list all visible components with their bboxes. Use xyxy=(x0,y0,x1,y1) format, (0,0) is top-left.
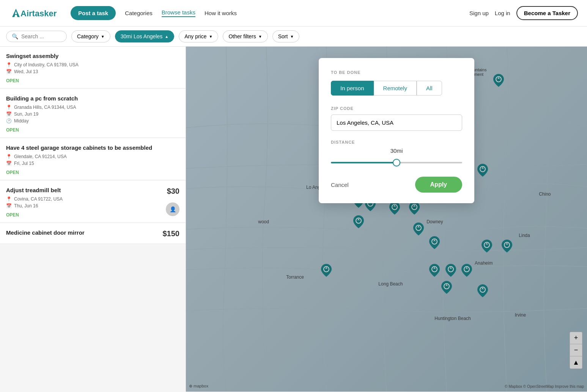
header-auth: Sign up Log in Become a Tasker xyxy=(469,6,578,20)
sort-arrow-icon: ▼ xyxy=(290,34,294,39)
sort-label: Sort xyxy=(278,33,288,39)
task-title: Swingset assembly xyxy=(6,53,179,59)
task-title: Adjust treadmill belt xyxy=(6,187,179,193)
clock-icon: 🕐 xyxy=(6,118,12,124)
main-content: Swingset assembly 📍 City of Industry, CA… xyxy=(0,47,587,392)
task-card[interactable]: Adjust treadmill belt 📍 Covina, CA 91722… xyxy=(0,181,186,223)
task-location: Covina, CA 91722, USA xyxy=(14,196,63,202)
svg-text:Airtasker: Airtasker xyxy=(20,9,57,18)
location-label: 30mi Los Angeles xyxy=(121,33,163,39)
modal-options: In person Remotely All xyxy=(331,81,462,96)
task-location: City of Industry, CA 91789, USA xyxy=(14,62,79,67)
category-arrow-icon: ▼ xyxy=(101,34,105,39)
task-time: Midday xyxy=(14,118,29,124)
sort-button[interactable]: Sort ▼ xyxy=(272,30,300,42)
location-icon: 📍 xyxy=(6,154,12,159)
header: Airtasker Post a task Categories Browse … xyxy=(0,0,587,27)
task-status: OPEN xyxy=(6,78,179,83)
modal-overlay[interactable]: TO BE DONE In person Remotely All ZIP CO… xyxy=(186,47,587,392)
calendar-icon: 📅 xyxy=(6,203,12,209)
task-meta: 📍 Glendale, CA 91214, USA 📅 Fri, Jul 15 xyxy=(6,154,179,166)
location-icon: 📍 xyxy=(6,196,12,202)
category-label: Category xyxy=(77,33,99,39)
task-status: OPEN xyxy=(6,127,179,133)
task-card[interactable]: Swingset assembly 📍 City of Industry, CA… xyxy=(0,47,186,88)
task-price: $30 xyxy=(167,187,179,196)
main-nav: Categories Browse tasks How it works xyxy=(125,9,469,17)
task-date: Fri, Jul 15 xyxy=(14,161,34,166)
nav-how-it-works[interactable]: How it works xyxy=(205,10,237,16)
search-input[interactable] xyxy=(21,33,61,39)
price-arrow-icon: ▼ xyxy=(209,34,213,39)
option-all-button[interactable]: All xyxy=(417,81,442,96)
distance-slider-wrap xyxy=(331,158,462,165)
calendar-icon: 📅 xyxy=(6,111,12,117)
log-in-link[interactable]: Log in xyxy=(495,10,510,16)
other-filters-arrow-icon: ▼ xyxy=(258,34,262,39)
map-area: San Gabriel Mountains National Monument … xyxy=(186,47,587,392)
location-icon: 📍 xyxy=(6,62,12,67)
task-title: Have 4 steel garage storage cabinets to … xyxy=(6,144,179,151)
task-date: Sun, Jun 19 xyxy=(14,111,38,117)
logo: Airtasker xyxy=(9,6,58,20)
task-card[interactable]: Building a pc from scratch 📍 Granada Hil… xyxy=(0,89,186,138)
task-meta: 📍 Covina, CA 91722, USA 📅 Thu, Jun 16 xyxy=(6,196,179,209)
modal-zip-label: ZIP CODE xyxy=(331,106,462,111)
task-avatar: 👤 xyxy=(166,202,179,216)
task-title: Medicine cabinet door mirror xyxy=(6,229,179,236)
task-title: Building a pc from scratch xyxy=(6,95,179,102)
location-filter-modal: TO BE DONE In person Remotely All ZIP CO… xyxy=(319,58,474,203)
search-input-wrap[interactable]: 🔍 xyxy=(6,31,67,42)
other-filters-label: Other filters xyxy=(228,33,256,39)
task-date: Thu, Jun 16 xyxy=(14,203,38,209)
zip-code-input[interactable] xyxy=(331,114,462,131)
filter-bar: 🔍 Category ▼ 30mi Los Angeles ▲ Any pric… xyxy=(0,27,587,47)
location-filter-button[interactable]: 30mi Los Angeles ▲ xyxy=(115,30,174,42)
location-arrow-icon: ▲ xyxy=(165,34,168,39)
cancel-button[interactable]: Cancel xyxy=(331,182,349,188)
apply-button[interactable]: Apply xyxy=(415,177,462,193)
task-location: Granada Hills, CA 91344, USA xyxy=(14,105,76,110)
location-icon: 📍 xyxy=(6,105,12,110)
calendar-icon: 📅 xyxy=(6,69,12,74)
other-filters-button[interactable]: Other filters ▼ xyxy=(223,30,268,42)
search-icon: 🔍 xyxy=(12,33,18,39)
task-card[interactable]: Medicine cabinet door mirror $150 xyxy=(0,223,186,244)
category-filter-button[interactable]: Category ▼ xyxy=(71,30,110,42)
modal-section-label: TO BE DONE xyxy=(331,70,462,75)
become-tasker-button[interactable]: Become a Tasker xyxy=(516,6,578,20)
task-price: $150 xyxy=(163,229,180,238)
task-card[interactable]: Have 4 steel garage storage cabinets to … xyxy=(0,138,186,180)
task-meta: 📍 City of Industry, CA 91789, USA 📅 Wed,… xyxy=(6,62,179,74)
post-task-button[interactable]: Post a task xyxy=(71,6,116,20)
sign-up-link[interactable]: Sign up xyxy=(469,10,489,16)
distance-slider[interactable] xyxy=(331,162,462,163)
nav-categories[interactable]: Categories xyxy=(125,10,153,16)
price-filter-button[interactable]: Any price ▼ xyxy=(179,30,218,42)
task-meta: 📍 Granada Hills, CA 91344, USA 📅 Sun, Ju… xyxy=(6,105,179,124)
option-remotely-button[interactable]: Remotely xyxy=(374,81,417,96)
option-in-person-button[interactable]: In person xyxy=(331,81,374,96)
price-label: Any price xyxy=(184,33,206,39)
modal-distance-label: DISTANCE xyxy=(331,140,462,144)
distance-value: 30mi xyxy=(331,147,462,154)
modal-footer: Cancel Apply xyxy=(331,177,462,193)
task-status: OPEN xyxy=(6,170,179,175)
task-list: Swingset assembly 📍 City of Industry, CA… xyxy=(0,47,186,392)
task-status: OPEN xyxy=(6,212,179,218)
nav-browse-tasks[interactable]: Browse tasks xyxy=(162,9,195,17)
avatar: 👤 xyxy=(166,202,179,216)
task-date: Wed, Jul 13 xyxy=(14,69,38,74)
task-location: Glendale, CA 91214, USA xyxy=(14,154,67,159)
calendar-icon: 📅 xyxy=(6,161,12,166)
